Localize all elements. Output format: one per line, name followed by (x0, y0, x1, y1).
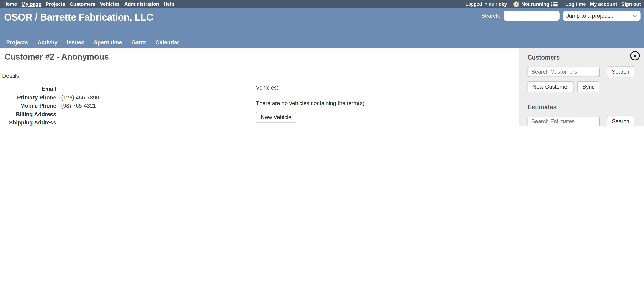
detail-label: Primary Phone (2, 94, 56, 102)
chevron-down-icon (633, 14, 637, 17)
account-menu: Log timeMy accountSign out (565, 1, 641, 7)
account-menu-item-my-account[interactable]: My account (590, 1, 617, 7)
top-menu-item-my-page[interactable]: My page (22, 1, 41, 7)
tab-gantt[interactable]: Gantt (132, 39, 146, 46)
customers-search-row: Search (528, 66, 644, 77)
top-menu-item-administration[interactable]: Administration (124, 1, 159, 7)
close-icon[interactable]: × (630, 51, 640, 60)
top-menu-right: Logged in as ricky Not running (466, 1, 641, 7)
estimates-search-input[interactable] (528, 116, 600, 126)
customers-search-input[interactable] (528, 67, 600, 77)
detail-row: Mobile Phone(98) 765-4321 (2, 102, 114, 110)
detail-label: Shipping Address (2, 119, 56, 126)
detail-value: (98) 765-4321 (61, 102, 96, 110)
application-window: HomeMy pageProjectsCustomersVehiclesAdmi… (0, 0, 644, 126)
list-icon[interactable] (552, 2, 558, 7)
details-heading: Details: (2, 73, 508, 81)
detail-label: Mobile Phone (2, 102, 56, 110)
estimates-search-row: Search (528, 116, 644, 126)
detail-row: Primary Phone(123) 456-7890 (2, 94, 114, 102)
new-customer-button[interactable]: New Customer (528, 81, 574, 92)
top-menu-item-vehicles[interactable]: Vehicles (100, 1, 120, 7)
detail-value: (123) 456-7890 (61, 94, 99, 102)
logged-in-prefix: Logged in as (466, 1, 494, 7)
clock-icon (513, 1, 520, 7)
page-title: Customer #2 - Anonymous (4, 52, 109, 62)
detail-row: Billing Address (2, 110, 114, 119)
top-menu-item-home[interactable]: Home (3, 1, 17, 7)
detail-label: Email (2, 85, 56, 94)
logged-in-status: Logged in as ricky (466, 1, 507, 7)
tab-activity[interactable]: Activity (38, 39, 58, 46)
main-tabs: ProjectsActivityIssuesSpent timeGanttCal… (6, 39, 179, 46)
account-menu-item-sign-out[interactable]: Sign out (621, 1, 641, 7)
new-vehicle-button[interactable]: New Vehicle (256, 112, 296, 123)
account-menu-item-log-time[interactable]: Log time (565, 1, 586, 7)
close-glyph: × (633, 53, 637, 58)
top-menu: HomeMy pageProjectsCustomersVehiclesAdmi… (3, 1, 174, 7)
search-label: Search: (481, 13, 500, 19)
top-menu-item-projects[interactable]: Projects (46, 1, 65, 7)
top-menu-item-help[interactable]: Help (164, 1, 174, 7)
estimates-search-button[interactable]: Search (607, 116, 634, 126)
customers-search-button[interactable]: Search (607, 66, 634, 77)
top-menu-item-customers[interactable]: Customers (70, 1, 95, 7)
tab-spent-time[interactable]: Spent time (94, 39, 122, 46)
vehicles-section: Vehicles: There are no vehicles containi… (256, 84, 508, 123)
sidebar: × Customers Search New Customer Sync Est… (519, 48, 644, 126)
sidebar-estimates-heading: Estimates (528, 104, 644, 110)
project-select-value: Jump to a project... (566, 13, 633, 19)
username: ricky (496, 1, 507, 7)
top-menu-bar: HomeMy pageProjectsCustomersVehiclesAdmi… (0, 0, 644, 8)
detail-row: Shipping Address (2, 119, 114, 126)
site-header: OSOR / Barrette Fabrication, LLC Search:… (0, 8, 644, 48)
timer-status-group: Not running (513, 1, 558, 7)
tab-issues[interactable]: Issues (67, 39, 84, 46)
site-title: OSOR / Barrette Fabrication, LLC (4, 12, 153, 23)
vehicles-empty-text: There are no vehicles containing the ter… (256, 100, 508, 106)
main-content: Customer #2 - Anonymous Details: EmailPr… (0, 48, 519, 126)
search-input[interactable] (504, 11, 560, 20)
sync-button[interactable]: Sync (578, 81, 600, 92)
tab-calendar[interactable]: Calendar (156, 39, 179, 46)
tab-projects[interactable]: Projects (6, 39, 28, 46)
detail-label: Billing Address (2, 110, 56, 119)
details-table: EmailPrimary Phone(123) 456-7890Mobile P… (2, 85, 114, 126)
timer-status-label: Not running (522, 1, 549, 7)
sidebar-customers-heading: Customers (528, 54, 644, 61)
project-select[interactable]: Jump to a project... (563, 11, 640, 20)
vehicles-heading: Vehicles: (256, 84, 508, 93)
detail-row: Email (2, 85, 114, 94)
header-search-area: Search: Jump to a project... (481, 11, 640, 20)
customers-buttons-row: New Customer Sync (528, 81, 644, 92)
